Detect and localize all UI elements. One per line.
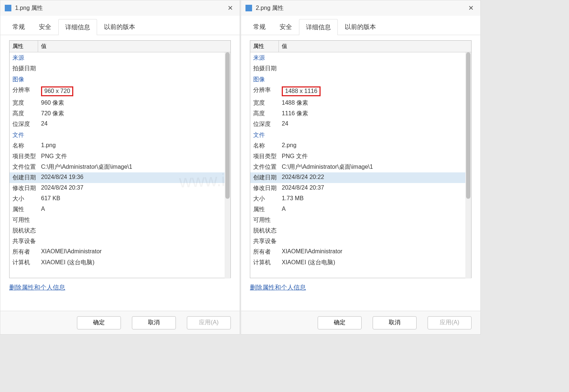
scrollbar[interactable]	[225, 52, 230, 279]
property-label: 共享设备	[253, 238, 282, 245]
close-icon[interactable]: ✕	[225, 3, 235, 13]
property-row[interactable]: 共享设备	[10, 236, 230, 247]
property-label: 计算机	[12, 259, 41, 266]
cancel-button[interactable]: 取消	[373, 316, 417, 329]
property-label: 创建日期	[253, 174, 282, 182]
property-value: 1.73 MB	[282, 195, 468, 203]
property-row[interactable]: 分辨率960 x 720	[10, 85, 230, 98]
scroll-thumb[interactable]	[466, 52, 470, 199]
property-row[interactable]: 大小1.73 MB	[250, 194, 471, 204]
header-value[interactable]: 值	[38, 41, 230, 52]
property-value: PNG 文件	[282, 153, 468, 160]
ok-button[interactable]: 确定	[318, 316, 362, 329]
property-row[interactable]: 项目类型PNG 文件	[10, 151, 230, 162]
group-header: 来源	[10, 52, 230, 63]
tab-2[interactable]: 详细信息	[58, 19, 97, 35]
property-value	[41, 227, 228, 235]
property-row[interactable]: 修改日期2024/8/24 20:37	[250, 183, 471, 194]
properties-window: 2.png 属性 ✕常规安全详细信息以前的版本属性值来源拍摄日期图像分辨率148…	[241, 0, 481, 335]
scrollbar[interactable]	[465, 52, 471, 279]
cancel-button[interactable]: 取消	[132, 316, 176, 329]
tab-3[interactable]: 以前的版本	[338, 19, 383, 35]
ok-button[interactable]: 确定	[77, 316, 121, 329]
property-value: 24	[282, 120, 468, 128]
tab-bar: 常规安全详细信息以前的版本	[0, 16, 240, 35]
titlebar: 1.png 属性 ✕	[0, 0, 240, 16]
header-property[interactable]: 属性	[250, 41, 279, 52]
property-value: 720 像素	[41, 110, 228, 117]
tab-1[interactable]: 安全	[32, 19, 58, 35]
property-row[interactable]: 文件位置C:\用户\Administrator\桌面\image\1	[250, 162, 471, 172]
properties-window: 1.png 属性 ✕常规安全详细信息以前的版本属性值来源拍摄日期图像分辨率960…	[0, 0, 240, 335]
property-label: 大小	[12, 195, 41, 203]
button-bar: 确定 取消 应用(A)	[241, 311, 480, 334]
property-row[interactable]: 可用性	[250, 215, 471, 225]
tab-3[interactable]: 以前的版本	[97, 19, 142, 35]
property-row[interactable]: 创建日期2024/8/24 19:36	[10, 172, 230, 183]
highlighted-value: 960 x 720	[41, 86, 73, 96]
property-row[interactable]: 位深度24	[10, 119, 230, 130]
property-value: 960 x 720	[41, 86, 228, 96]
property-value: 24	[41, 120, 228, 128]
property-row[interactable]: 创建日期2024/8/24 20:22	[250, 172, 471, 183]
property-label: 共享设备	[12, 238, 41, 245]
property-row[interactable]: 高度1116 像素	[250, 108, 471, 119]
property-label: 分辨率	[253, 86, 282, 96]
tab-1[interactable]: 安全	[273, 19, 299, 35]
property-value: 1488 x 1116	[282, 86, 468, 96]
property-row[interactable]: 位深度24	[250, 119, 471, 130]
property-row[interactable]: 属性A	[10, 204, 230, 215]
property-value: 2024/8/24 20:37	[41, 184, 228, 192]
property-label: 创建日期	[12, 174, 41, 182]
property-label: 位深度	[12, 120, 41, 128]
tab-bar: 常规安全详细信息以前的版本	[241, 16, 480, 35]
property-row[interactable]: 文件位置C:\用户\Administrator\桌面\image\1	[10, 162, 230, 172]
property-row[interactable]: 拍摄日期	[250, 63, 471, 74]
window-title: 1.png 属性	[15, 4, 225, 12]
property-row[interactable]: 所有者XIAOMEI\Administrator	[250, 247, 471, 257]
property-label: 计算机	[253, 259, 282, 266]
property-label: 属性	[12, 206, 41, 213]
property-row[interactable]: 可用性	[10, 215, 230, 225]
property-row[interactable]: 项目类型PNG 文件	[250, 151, 471, 162]
property-label: 脱机状态	[253, 227, 282, 235]
property-row[interactable]: 宽度1488 像素	[250, 98, 471, 108]
property-row[interactable]: 修改日期2024/8/24 20:37	[10, 183, 230, 194]
property-row[interactable]: 分辨率1488 x 1116	[250, 85, 471, 98]
close-icon[interactable]: ✕	[466, 3, 476, 13]
property-label: 高度	[12, 110, 41, 117]
property-row[interactable]: 脱机状态	[250, 225, 471, 236]
property-row[interactable]: 共享设备	[250, 236, 471, 247]
highlighted-value: 1488 x 1116	[282, 86, 321, 96]
property-row[interactable]: 大小617 KB	[10, 194, 230, 204]
header-value[interactable]: 值	[279, 41, 471, 52]
property-row[interactable]: 计算机XIAOMEI (这台电脑)	[250, 257, 471, 268]
remove-properties-link[interactable]: 删除属性和个人信息	[250, 283, 306, 292]
apply-button[interactable]: 应用(A)	[187, 316, 231, 329]
property-row[interactable]: 所有者XIAOMEI\Administrator	[10, 247, 230, 257]
group-header: 图像	[250, 74, 471, 85]
property-row[interactable]: 脱机状态	[10, 225, 230, 236]
property-row[interactable]: 名称2.png	[250, 141, 471, 151]
property-label: 位深度	[253, 120, 282, 128]
property-label: 名称	[253, 142, 282, 150]
property-row[interactable]: 宽度960 像素	[10, 98, 230, 108]
property-value: 1116 像素	[282, 110, 468, 117]
property-row[interactable]: 计算机XIAOMEI (这台电脑)	[10, 257, 230, 268]
property-value: 2.png	[282, 142, 468, 150]
property-value: 960 像素	[41, 99, 228, 107]
header-property[interactable]: 属性	[10, 41, 38, 52]
file-icon	[5, 5, 11, 11]
property-value: PNG 文件	[41, 153, 228, 160]
tab-2[interactable]: 详细信息	[299, 19, 338, 35]
scroll-thumb[interactable]	[225, 52, 230, 199]
tab-0[interactable]: 常规	[5, 19, 32, 35]
remove-properties-link[interactable]: 删除属性和个人信息	[9, 283, 65, 292]
property-row[interactable]: 属性A	[250, 204, 471, 215]
property-value: A	[282, 206, 468, 213]
property-row[interactable]: 高度720 像素	[10, 108, 230, 119]
tab-0[interactable]: 常规	[246, 19, 273, 35]
property-row[interactable]: 拍摄日期	[10, 63, 230, 74]
property-row[interactable]: 名称1.png	[10, 141, 230, 151]
apply-button[interactable]: 应用(A)	[428, 316, 472, 329]
